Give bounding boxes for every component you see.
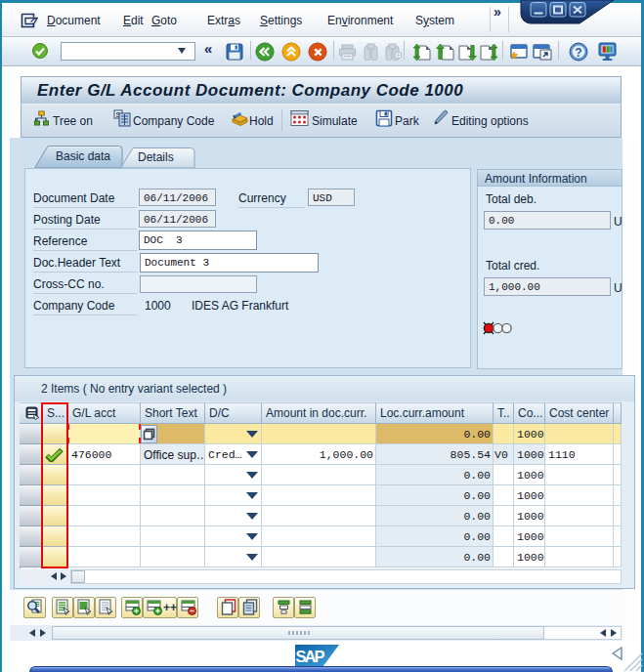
- svg-text:?: ?: [575, 46, 581, 60]
- svg-text:SAP: SAP: [296, 648, 325, 665]
